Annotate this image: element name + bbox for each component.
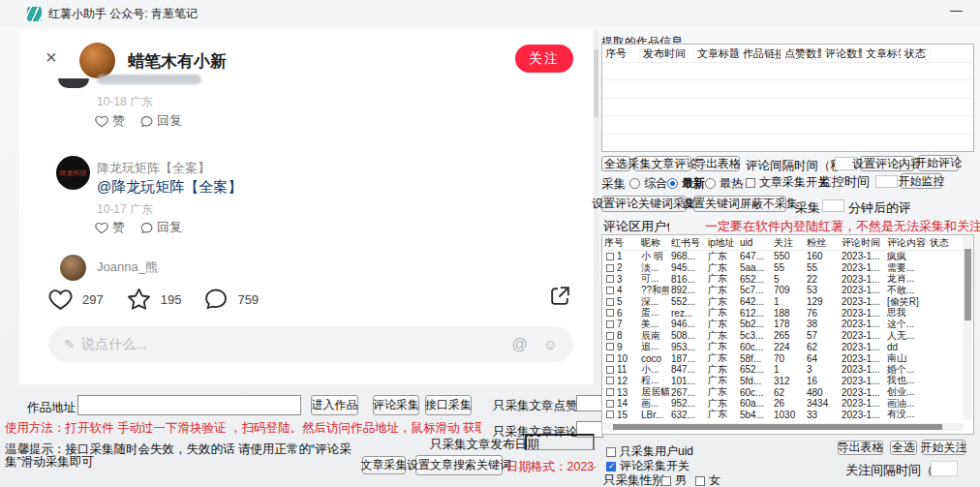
male-checkbox[interactable]: 男 <box>661 472 687 487</box>
engagement-bar: 297 195 759 <box>48 288 272 311</box>
row-checkbox[interactable] <box>606 400 614 408</box>
reply-button[interactable]: 回复 <box>140 219 182 236</box>
comment-input[interactable]: ✎ 说点什么... @ ☺ <box>48 326 573 362</box>
set-keyword-block-button[interactable]: 设置关键词屏蔽不采集 <box>693 196 786 212</box>
row-fans: 62 <box>805 342 840 352</box>
works-column-header: 状态 <box>902 46 931 61</box>
row-checkbox[interactable] <box>606 253 614 260</box>
row-checkbox[interactable] <box>606 264 614 272</box>
row-index: 3 <box>617 274 623 285</box>
row-index: 13 <box>617 387 628 398</box>
comment2-actions: 赞 回复 <box>95 219 182 236</box>
row-checkbox[interactable] <box>606 377 614 384</box>
works-table-header: 序号发布时间文章标题作品链接点赞数量评论数量文章标签状态 <box>602 45 973 63</box>
comment2-avatar[interactable]: 降龙科技 <box>56 156 90 190</box>
enter-work-button[interactable]: 进入作品 <box>311 395 358 415</box>
collect-after-input[interactable] <box>822 199 844 212</box>
api-collect-button[interactable]: 接口采集 <box>425 395 472 415</box>
comment-bubble-icon[interactable] <box>204 288 228 311</box>
share-icon[interactable] <box>548 284 572 308</box>
row-comment-time: 2023-1... <box>840 285 885 295</box>
vertical-scrollbar-thumb[interactable] <box>965 249 971 320</box>
article-collect-switch[interactable]: 文章采集开关 <box>746 174 829 191</box>
row-index: 1 <box>617 251 623 261</box>
comment3-avatar[interactable] <box>60 255 86 281</box>
comment-table-row[interactable]: 15 LBr... 632... 广东 5b4... 1030 33 2023-… <box>602 410 973 421</box>
comment-column-header: 关注 <box>772 236 805 250</box>
row-following: 5 <box>772 274 805 285</box>
row-uid: 612... <box>738 308 772 319</box>
collect-article-comments-button[interactable]: 采集文章评论 <box>634 156 691 171</box>
author-name[interactable]: 蜡笔木有小新 <box>128 50 227 73</box>
row-fans: 3 <box>805 364 840 375</box>
row-checkbox[interactable] <box>606 343 614 350</box>
emoji-icon[interactable]: ☺ <box>543 336 558 352</box>
minimize-button[interactable]: — <box>950 3 963 17</box>
row-nickname: LBr... <box>639 410 669 420</box>
monitor-time-input[interactable] <box>875 175 898 188</box>
row-checkbox[interactable] <box>606 320 614 328</box>
start-comment-button[interactable]: 开始评论 <box>918 155 959 171</box>
radio-zuire[interactable]: 最热 <box>705 175 743 192</box>
row-checkbox[interactable] <box>606 298 614 306</box>
row-following: 709 <box>772 285 805 295</box>
work-url-input[interactable] <box>77 395 301 415</box>
works-column-header: 文章标题 <box>694 46 740 61</box>
works-table[interactable]: 序号发布时间文章标题作品链接点赞数量评论数量文章标签状态 <box>601 44 974 152</box>
article-collect-button[interactable]: 文章采集 <box>362 456 406 474</box>
only-date-input[interactable] <box>525 434 595 450</box>
row-comment-time: 2023-1... <box>840 330 885 341</box>
row-checkbox[interactable] <box>606 275 614 283</box>
row-checkbox[interactable] <box>606 411 614 418</box>
heart-icon[interactable] <box>48 289 73 311</box>
comment-collect-button[interactable]: 评论采集 <box>373 395 419 415</box>
radio-zuire-label: 最热 <box>720 175 743 192</box>
table-vertical-scrollbar[interactable] <box>964 236 972 420</box>
row-fans: 22 <box>805 274 840 285</box>
row-comment-content: 人无... <box>885 329 928 343</box>
user-info-label: 评论区用户信息 <box>603 218 669 235</box>
comment-column-header: 粉丝 <box>805 236 840 250</box>
set-keyword-collect-button[interactable]: 设置评论关键词采集 <box>601 196 687 212</box>
comment2-username[interactable]: 降龙玩矩阵【全案】 <box>97 160 210 177</box>
radio-zuixin[interactable]: 最新 <box>667 175 705 192</box>
row-checkbox[interactable] <box>606 287 614 294</box>
comment3-username[interactable]: Joanna_熊 <box>97 259 158 276</box>
row-following: 55 <box>772 262 805 273</box>
radio-zonghe[interactable]: 综合 <box>629 175 667 192</box>
select-all-button[interactable]: 全选 <box>601 156 630 171</box>
row-red-id: 952... <box>669 398 706 409</box>
row-uid: 652... <box>738 274 772 285</box>
export-table-button[interactable]: 导出表格 <box>695 156 740 171</box>
set-search-keyword-button[interactable]: 设置文章搜索关键词 <box>415 455 503 475</box>
row-checkbox[interactable] <box>606 309 614 317</box>
row-red-id: 267... <box>669 387 706 398</box>
row-index: 15 <box>617 410 628 420</box>
like-button[interactable]: 赞 <box>95 219 125 236</box>
author-avatar[interactable] <box>79 43 115 78</box>
horizontal-scrollbar-thumb[interactable] <box>613 424 942 430</box>
like-button[interactable]: 赞 <box>95 112 125 130</box>
comment2-avatar-text: 降龙科技 <box>60 168 87 178</box>
follow-interval-input[interactable] <box>931 461 958 476</box>
comment-users-table[interactable]: 序号昵称红书号ip地址uid关注粉丝评论时间评论内容状态 1 小 明 968..… <box>601 234 974 435</box>
start-monitor-button[interactable]: 开始监控 <box>901 173 942 189</box>
works-column-header: 发布时间 <box>640 46 694 61</box>
export-table-button2[interactable]: 导出表格 <box>838 441 883 455</box>
mention-icon[interactable]: @ <box>511 336 527 353</box>
select-all-button2[interactable]: 全选 <box>890 441 917 455</box>
table-horizontal-scrollbar[interactable] <box>603 423 964 431</box>
comment2-content[interactable]: @降龙玩矩阵【全案】 <box>97 178 242 197</box>
row-checkbox[interactable] <box>606 366 614 374</box>
row-checkbox[interactable] <box>606 332 614 340</box>
reply-button[interactable]: 回复 <box>140 112 182 130</box>
star-icon[interactable] <box>127 288 151 311</box>
close-icon[interactable]: × <box>46 47 57 67</box>
follow-button[interactable]: 关注 <box>515 45 573 73</box>
set-comment-content-button[interactable]: 设置评论内容 <box>860 156 914 171</box>
row-comment-time: 2023-1... <box>840 387 885 398</box>
row-checkbox[interactable] <box>606 354 614 362</box>
row-checkbox[interactable] <box>606 388 614 396</box>
female-checkbox[interactable]: 女 <box>695 472 720 487</box>
start-follow-button[interactable]: 开始关注 <box>922 440 965 455</box>
